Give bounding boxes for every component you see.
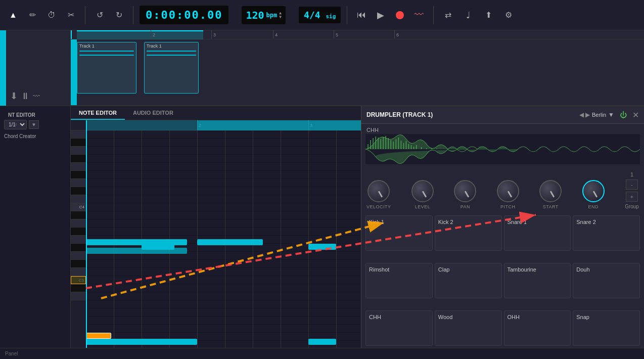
scissors-tool[interactable]: ✂ bbox=[63, 7, 79, 23]
arr-block-1-wave2 bbox=[79, 55, 134, 56]
pad-kick2[interactable]: Kick 2 bbox=[435, 215, 502, 251]
tab-note-editor[interactable]: NOTE EDITOR bbox=[71, 106, 125, 120]
arr-block-2[interactable]: Track 1 bbox=[144, 42, 199, 94]
bpm-down[interactable]: ▼ bbox=[279, 15, 282, 19]
pad-wood[interactable]: Wood bbox=[435, 310, 502, 346]
group-minus-btn[interactable]: - bbox=[626, 180, 638, 190]
pad-snare1[interactable]: Snare 1 bbox=[504, 215, 571, 251]
piano-key-c3[interactable]: C3 bbox=[71, 276, 86, 284]
metronome-btn[interactable]: ♩ bbox=[460, 7, 476, 23]
piano-key-b3[interactable] bbox=[71, 219, 86, 228]
knob-end-label: END bbox=[588, 204, 599, 209]
tab-audio-editor[interactable]: AUDIO EDITOR bbox=[125, 106, 181, 120]
export-btn[interactable]: ⬆ bbox=[480, 7, 496, 23]
cursor-tool[interactable]: ▲ bbox=[5, 7, 21, 23]
piano-key-g3[interactable] bbox=[71, 252, 86, 260]
arr-block-2-wave2 bbox=[147, 55, 196, 56]
pad-snap[interactable]: Snap bbox=[573, 310, 640, 346]
knob-velocity[interactable] bbox=[367, 180, 390, 202]
note-9[interactable] bbox=[308, 339, 336, 345]
pad-chh[interactable]: CHH bbox=[365, 310, 433, 346]
rewind-btn[interactable]: ⏮ bbox=[353, 7, 370, 23]
preset-next[interactable]: ▶ bbox=[585, 111, 590, 118]
piano-key-as3[interactable] bbox=[71, 228, 86, 236]
piano-key-bs3[interactable] bbox=[71, 211, 86, 219]
preset-prev[interactable]: ◀ bbox=[579, 111, 584, 118]
teal-accent bbox=[0, 30, 6, 106]
snap-dropdown-icon[interactable]: ▼ bbox=[29, 120, 39, 129]
group-plus-btn[interactable]: + bbox=[626, 192, 638, 202]
close-btn[interactable]: ✕ bbox=[632, 110, 639, 120]
piano-key-b2[interactable] bbox=[71, 292, 86, 300]
piano-key-a3[interactable] bbox=[71, 236, 86, 244]
piano-key-a4[interactable] bbox=[71, 163, 86, 171]
arr-track-1: Track 1 Track 1 bbox=[71, 39, 644, 106]
bpm-arrows[interactable]: ▲ ▼ bbox=[279, 11, 282, 19]
knob-end[interactable] bbox=[582, 180, 605, 202]
knob-level[interactable] bbox=[411, 180, 434, 202]
piano-key-b4s[interactable] bbox=[71, 139, 86, 147]
power-btn[interactable]: ⏻ bbox=[618, 110, 628, 120]
play-btn[interactable]: ▶ bbox=[373, 7, 389, 23]
preset-dropdown-btn[interactable]: ▼ bbox=[608, 111, 614, 118]
piano-key-bs2[interactable] bbox=[71, 284, 86, 292]
sig-unit: sig bbox=[326, 13, 336, 20]
instrument-panel: NT EDITOR 1/16 1/8 1/4 ▼ Chord Creator bbox=[0, 106, 70, 359]
pad-kick1[interactable]: Kick 1 bbox=[365, 215, 433, 251]
ruler-mark-3: 3 bbox=[211, 30, 216, 39]
undo-btn[interactable]: ↺ bbox=[91, 7, 108, 23]
knob-start-label: START bbox=[543, 204, 559, 209]
loop-btn[interactable]: ⇄ bbox=[440, 7, 456, 23]
piano-key-b4[interactable] bbox=[71, 147, 86, 155]
pad-ohh[interactable]: OHH bbox=[504, 310, 571, 346]
drumpler-header: DRUMPLER (TRACK 1) ◀ ▶ Berlin ▼ ⏻ ✕ bbox=[361, 106, 644, 124]
piano-key-c5[interactable] bbox=[71, 130, 86, 139]
chord-creator[interactable]: Chord Creator bbox=[4, 133, 66, 139]
knob-pan[interactable] bbox=[454, 180, 476, 202]
wave-icon[interactable]: 〰 bbox=[33, 92, 40, 100]
arr-block-1-label: Track 1 bbox=[77, 42, 136, 50]
piano-key-gs4[interactable] bbox=[71, 171, 86, 179]
bpm-display[interactable]: 120 bpm ▲ ▼ bbox=[242, 6, 286, 24]
piano-key-g4[interactable] bbox=[71, 179, 86, 187]
sig-display[interactable]: 4/4 sig bbox=[299, 7, 341, 23]
redo-btn[interactable]: ↻ bbox=[111, 7, 127, 23]
center-editor-area: NOTE EDITOR AUDIO EDITOR bbox=[71, 106, 361, 359]
note-7[interactable] bbox=[86, 333, 111, 339]
pad-clap[interactable]: Clap bbox=[435, 263, 502, 298]
pad-snare2[interactable]: Snare 2 bbox=[573, 215, 640, 251]
snap-select[interactable]: 1/16 1/8 1/4 bbox=[4, 120, 27, 129]
arr-block-1[interactable]: Track 1 bbox=[77, 42, 136, 94]
knob-start[interactable] bbox=[539, 180, 562, 202]
sample-label: CHH bbox=[361, 124, 644, 134]
center-wrapper: 2 3 4 5 6 Track 1 Track 1 bbox=[71, 30, 644, 359]
mixer-icon[interactable]: ⏸ bbox=[21, 91, 30, 102]
transport-group: ⏮ ▶ 〰 bbox=[353, 7, 427, 23]
knob-velocity-group: VELOCITY bbox=[366, 180, 391, 209]
note-8[interactable] bbox=[86, 339, 197, 345]
piano-key-f3[interactable] bbox=[71, 268, 86, 276]
main-layout: ⬇ ⏸ 〰 NT EDITOR 1/16 1/8 1/4 ▼ Chord Cre… bbox=[0, 30, 644, 359]
settings-btn[interactable]: ⚙ bbox=[500, 7, 517, 23]
pad-tambourine[interactable]: Tambourine bbox=[504, 263, 571, 298]
clock-tool[interactable]: ⏱ bbox=[43, 7, 60, 23]
piano-key-gs3[interactable] bbox=[71, 244, 86, 252]
pad-douh[interactable]: Douh bbox=[573, 263, 640, 298]
knob-level-label: LEVEL bbox=[415, 204, 431, 209]
pad-rimshot[interactable]: Rimshot bbox=[365, 263, 433, 298]
download-icon[interactable]: ⬇ bbox=[4, 91, 18, 102]
note-6[interactable] bbox=[308, 244, 336, 250]
pencil-tool[interactable]: ✏ bbox=[24, 7, 40, 23]
piano-key-f4[interactable] bbox=[71, 195, 86, 203]
bottom-section: NOTE EDITOR AUDIO EDITOR bbox=[71, 106, 644, 359]
piano-key-fs3[interactable] bbox=[71, 260, 86, 268]
record-btn[interactable] bbox=[392, 7, 408, 23]
knob-pitch[interactable] bbox=[497, 180, 519, 202]
note-3[interactable] bbox=[142, 244, 174, 250]
playhead-arrangement bbox=[71, 30, 72, 39]
piano-key-fs4[interactable] bbox=[71, 187, 86, 195]
piano-key-c4[interactable]: C4 bbox=[71, 203, 86, 211]
active-line-btn[interactable]: 〰 bbox=[411, 7, 427, 23]
note-4[interactable] bbox=[197, 239, 263, 245]
piano-key-as4[interactable] bbox=[71, 155, 86, 163]
